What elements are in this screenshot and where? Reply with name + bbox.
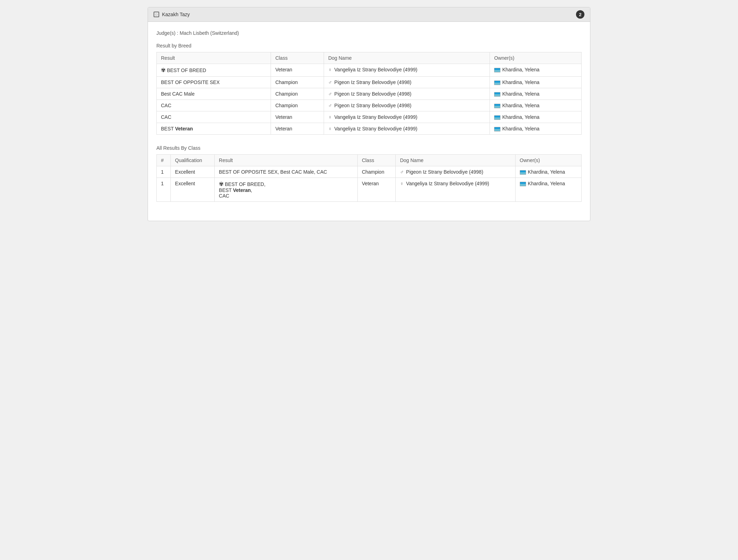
owner-cell: Khardina, Yelena [490,100,582,111]
class-cell2: Veteran [357,178,396,202]
col-owners: Owner(s) [490,52,582,64]
judges-line: Judge(s) : Mach Lisbeth (Switzerland) [156,30,582,36]
col-class2: Class [357,155,396,166]
owner-cell: Khardina, Yelena [490,77,582,88]
result-cell2: BEST OF OPPOSITE SEX, Best CAC Male, CAC [214,166,357,178]
dog-name-cell2: ♀ Vangeliya Iz Strany Belovodiye (4999) [396,178,516,202]
result-by-breed-title: Result by Breed [156,43,582,49]
table-row: ✾ BEST OF BREED Veteran ♀ Vangeliya Iz S… [157,64,582,77]
owner-cell2: Khardina, Yelena [515,178,581,202]
dog-name-cell: ♀ Vangeliya Iz Strany Belovodiye (4999) [324,64,490,77]
table-row: BEST Veteran Veteran ♀ Vangeliya Iz Stra… [157,123,582,135]
result-by-breed-table: Result Class Dog Name Owner(s) ✾ BEST OF… [156,52,582,135]
dog-name-cell: ♀ Vangeliya Iz Strany Belovodiye (4999) [324,111,490,123]
table-row: Best CAC Male Champion ♂ Pigeon Iz Stran… [157,88,582,100]
number-cell: 1 [157,166,171,178]
owner-cell: Khardina, Yelena [490,123,582,135]
qualification-cell: Excellent [171,178,215,202]
col-owners2: Owner(s) [515,155,581,166]
dog-name-cell: ♀ Vangeliya Iz Strany Belovodiye (4999) [324,123,490,135]
badge: 2 [576,10,584,19]
result-cell: BEST OF OPPOSITE SEX [157,77,271,88]
main-window: □ Kazakh Tazy 2 Judge(s) : Mach Lisbeth … [148,7,590,221]
table-row: CAC Champion ♂ Pigeon Iz Strany Belovodi… [157,100,582,111]
window-title: Kazakh Tazy [162,12,190,17]
col-dog-name: Dog Name [324,52,490,64]
class-cell: Veteran [271,111,324,123]
result-cell: CAC [157,100,271,111]
number-cell: 1 [157,178,171,202]
col-dog-name2: Dog Name [396,155,516,166]
table-row: 1 Excellent BEST OF OPPOSITE SEX, Best C… [157,166,582,178]
table-row: 1 Excellent ✾ BEST OF BREED,BEST Veteran… [157,178,582,202]
col-result2: Result [214,155,357,166]
col-hash: # [157,155,171,166]
table-row: BEST OF OPPOSITE SEX Champion ♂ Pigeon I… [157,77,582,88]
title-bar-left: □ Kazakh Tazy [154,12,190,17]
col-class: Class [271,52,324,64]
content-area: Judge(s) : Mach Lisbeth (Switzerland) Re… [148,22,590,221]
dog-name-cell: ♂ Pigeon Iz Strany Belovodiye (4998) [324,88,490,100]
class-cell: Champion [271,77,324,88]
dog-name-cell: ♂ Pigeon Iz Strany Belovodiye (4998) [324,100,490,111]
result-cell: BEST Veteran [157,123,271,135]
table-row: CAC Veteran ♀ Vangeliya Iz Strany Belovo… [157,111,582,123]
result-cell2: ✾ BEST OF BREED,BEST Veteran,CAC [214,178,357,202]
result-cell: Best CAC Male [157,88,271,100]
result-cell: CAC [157,111,271,123]
qualification-cell: Excellent [171,166,215,178]
all-results-table: # Qualification Result Class Dog Name Ow… [156,154,582,202]
col-result: Result [157,52,271,64]
owner-cell2: Khardina, Yelena [515,166,581,178]
class-cell2: Champion [357,166,396,178]
owner-cell: Khardina, Yelena [490,64,582,77]
owner-cell: Khardina, Yelena [490,88,582,100]
window-icon: □ [154,12,159,17]
class-cell: Veteran [271,123,324,135]
class-cell: Champion [271,100,324,111]
class-cell: Veteran [271,64,324,77]
result-cell: ✾ BEST OF BREED [157,64,271,77]
dog-name-cell2: ♂ Pigeon Iz Strany Belovodiye (4998) [396,166,516,178]
owner-cell: Khardina, Yelena [490,111,582,123]
dog-name-cell: ♂ Pigeon Iz Strany Belovodiye (4998) [324,77,490,88]
title-bar: □ Kazakh Tazy 2 [148,7,590,22]
all-results-title: All Results By Class [156,145,582,151]
col-qualification: Qualification [171,155,215,166]
class-cell: Champion [271,88,324,100]
